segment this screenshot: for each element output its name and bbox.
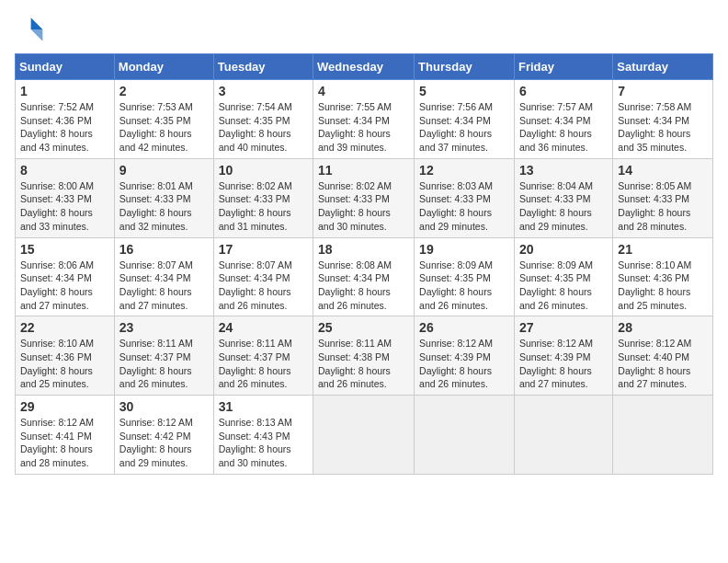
- calendar-cell: 20 Sunrise: 8:09 AM Sunset: 4:35 PM Dayl…: [514, 237, 612, 316]
- calendar-week-row: 29 Sunrise: 8:12 AM Sunset: 4:41 PM Dayl…: [16, 396, 713, 475]
- day-header-tuesday: Tuesday: [213, 54, 313, 80]
- calendar-week-row: 15 Sunrise: 8:06 AM Sunset: 4:34 PM Dayl…: [16, 237, 713, 316]
- day-number: 9: [119, 163, 209, 178]
- day-number: 4: [318, 84, 409, 98]
- calendar-cell: 9 Sunrise: 8:01 AM Sunset: 4:33 PM Dayli…: [114, 158, 213, 237]
- calendar-cell: 31 Sunrise: 8:13 AM Sunset: 4:43 PM Dayl…: [213, 396, 313, 475]
- day-number: 25: [318, 320, 409, 335]
- day-info: Sunrise: 7:54 AM Sunset: 4:35 PM Dayligh…: [219, 100, 308, 155]
- day-number: 11: [318, 163, 409, 178]
- page-header: [15, 15, 713, 44]
- day-info: Sunrise: 8:10 AM Sunset: 4:36 PM Dayligh…: [618, 259, 708, 313]
- day-info: Sunrise: 8:11 AM Sunset: 4:37 PM Dayligh…: [219, 337, 308, 391]
- day-number: 13: [519, 163, 608, 178]
- day-info: Sunrise: 8:00 AM Sunset: 4:33 PM Dayligh…: [20, 179, 109, 234]
- day-header-sunday: Sunday: [16, 54, 115, 80]
- day-info: Sunrise: 8:12 AM Sunset: 4:40 PM Dayligh…: [618, 337, 708, 391]
- day-info: Sunrise: 8:03 AM Sunset: 4:33 PM Dayligh…: [419, 179, 509, 234]
- day-info: Sunrise: 8:05 AM Sunset: 4:33 PM Dayligh…: [618, 179, 708, 234]
- calendar-cell: 2 Sunrise: 7:53 AM Sunset: 4:35 PM Dayli…: [114, 80, 213, 159]
- logo-icon: [15, 15, 44, 44]
- calendar-cell: 17 Sunrise: 8:07 AM Sunset: 4:34 PM Dayl…: [213, 237, 313, 316]
- day-info: Sunrise: 8:06 AM Sunset: 4:34 PM Dayligh…: [20, 259, 109, 313]
- day-info: Sunrise: 8:12 AM Sunset: 4:42 PM Dayligh…: [119, 416, 209, 470]
- day-info: Sunrise: 8:11 AM Sunset: 4:38 PM Dayligh…: [318, 337, 409, 391]
- calendar-cell: 12 Sunrise: 8:03 AM Sunset: 4:33 PM Dayl…: [415, 158, 515, 237]
- day-number: 1: [20, 84, 109, 98]
- day-number: 23: [119, 320, 209, 335]
- day-number: 17: [219, 242, 308, 257]
- calendar-cell: 19 Sunrise: 8:09 AM Sunset: 4:35 PM Dayl…: [415, 237, 515, 316]
- day-info: Sunrise: 8:12 AM Sunset: 4:39 PM Dayligh…: [419, 337, 509, 391]
- day-info: Sunrise: 8:09 AM Sunset: 4:35 PM Dayligh…: [419, 259, 509, 313]
- day-number: 26: [419, 320, 509, 335]
- day-header-thursday: Thursday: [415, 54, 515, 80]
- calendar-cell: [514, 396, 612, 475]
- day-number: 16: [119, 242, 209, 257]
- day-info: Sunrise: 8:10 AM Sunset: 4:36 PM Dayligh…: [20, 337, 109, 391]
- logo: [15, 15, 48, 44]
- calendar-cell: 30 Sunrise: 8:12 AM Sunset: 4:42 PM Dayl…: [114, 396, 213, 475]
- day-info: Sunrise: 7:53 AM Sunset: 4:35 PM Dayligh…: [119, 100, 209, 155]
- calendar-cell: 29 Sunrise: 8:12 AM Sunset: 4:41 PM Dayl…: [16, 396, 115, 475]
- day-number: 19: [419, 242, 509, 257]
- day-header-saturday: Saturday: [613, 54, 713, 80]
- calendar-cell: 6 Sunrise: 7:57 AM Sunset: 4:34 PM Dayli…: [514, 80, 612, 159]
- calendar-cell: 27 Sunrise: 8:12 AM Sunset: 4:39 PM Dayl…: [514, 316, 612, 396]
- day-number: 24: [219, 320, 308, 335]
- calendar-cell: 10 Sunrise: 8:02 AM Sunset: 4:33 PM Dayl…: [213, 158, 313, 237]
- day-info: Sunrise: 8:02 AM Sunset: 4:33 PM Dayligh…: [318, 179, 409, 234]
- day-number: 18: [318, 242, 409, 257]
- day-info: Sunrise: 8:07 AM Sunset: 4:34 PM Dayligh…: [119, 259, 209, 313]
- day-info: Sunrise: 8:04 AM Sunset: 4:33 PM Dayligh…: [519, 179, 608, 234]
- day-number: 30: [119, 399, 209, 414]
- day-info: Sunrise: 7:57 AM Sunset: 4:34 PM Dayligh…: [519, 100, 608, 155]
- day-number: 5: [419, 84, 509, 98]
- day-number: 28: [618, 320, 708, 335]
- day-number: 2: [119, 84, 209, 98]
- day-info: Sunrise: 8:01 AM Sunset: 4:33 PM Dayligh…: [119, 179, 209, 234]
- day-number: 22: [20, 320, 109, 335]
- calendar-week-row: 22 Sunrise: 8:10 AM Sunset: 4:36 PM Dayl…: [16, 316, 713, 396]
- calendar-cell: 18 Sunrise: 8:08 AM Sunset: 4:34 PM Dayl…: [313, 237, 415, 316]
- day-info: Sunrise: 8:12 AM Sunset: 4:41 PM Dayligh…: [20, 416, 109, 470]
- day-header-wednesday: Wednesday: [313, 54, 415, 80]
- day-number: 29: [20, 399, 109, 414]
- calendar-cell: 3 Sunrise: 7:54 AM Sunset: 4:35 PM Dayli…: [213, 80, 313, 159]
- day-info: Sunrise: 8:13 AM Sunset: 4:43 PM Dayligh…: [219, 416, 308, 470]
- day-number: 6: [519, 84, 608, 98]
- day-info: Sunrise: 8:11 AM Sunset: 4:37 PM Dayligh…: [119, 337, 209, 391]
- day-header-friday: Friday: [514, 54, 612, 80]
- day-number: 7: [618, 84, 708, 98]
- day-number: 27: [519, 320, 608, 335]
- calendar-cell: 21 Sunrise: 8:10 AM Sunset: 4:36 PM Dayl…: [613, 237, 713, 316]
- calendar-cell: 16 Sunrise: 8:07 AM Sunset: 4:34 PM Dayl…: [114, 237, 213, 316]
- calendar-cell: 22 Sunrise: 8:10 AM Sunset: 4:36 PM Dayl…: [16, 316, 115, 396]
- calendar-cell: [613, 396, 713, 475]
- day-info: Sunrise: 7:55 AM Sunset: 4:34 PM Dayligh…: [318, 100, 409, 155]
- calendar-cell: 15 Sunrise: 8:06 AM Sunset: 4:34 PM Dayl…: [16, 237, 115, 316]
- calendar-cell: 28 Sunrise: 8:12 AM Sunset: 4:40 PM Dayl…: [613, 316, 713, 396]
- calendar-cell: 26 Sunrise: 8:12 AM Sunset: 4:39 PM Dayl…: [415, 316, 515, 396]
- day-number: 3: [219, 84, 308, 98]
- svg-marker-1: [31, 29, 43, 41]
- day-number: 31: [219, 399, 308, 414]
- day-number: 15: [20, 242, 109, 257]
- calendar-cell: [415, 396, 515, 475]
- day-number: 8: [20, 163, 109, 178]
- day-number: 10: [219, 163, 308, 178]
- calendar-header-row: SundayMondayTuesdayWednesdayThursdayFrid…: [16, 54, 713, 80]
- calendar-week-row: 1 Sunrise: 7:52 AM Sunset: 4:36 PM Dayli…: [16, 80, 713, 159]
- calendar-cell: 25 Sunrise: 8:11 AM Sunset: 4:38 PM Dayl…: [313, 316, 415, 396]
- calendar-cell: 11 Sunrise: 8:02 AM Sunset: 4:33 PM Dayl…: [313, 158, 415, 237]
- calendar-cell: 13 Sunrise: 8:04 AM Sunset: 4:33 PM Dayl…: [514, 158, 612, 237]
- day-number: 20: [519, 242, 608, 257]
- day-info: Sunrise: 7:52 AM Sunset: 4:36 PM Dayligh…: [20, 100, 109, 155]
- day-info: Sunrise: 8:12 AM Sunset: 4:39 PM Dayligh…: [519, 337, 608, 391]
- day-number: 21: [618, 242, 708, 257]
- calendar-cell: [313, 396, 415, 475]
- svg-marker-0: [31, 17, 43, 29]
- day-info: Sunrise: 8:08 AM Sunset: 4:34 PM Dayligh…: [318, 259, 409, 313]
- calendar-cell: 14 Sunrise: 8:05 AM Sunset: 4:33 PM Dayl…: [613, 158, 713, 237]
- calendar-cell: 1 Sunrise: 7:52 AM Sunset: 4:36 PM Dayli…: [16, 80, 115, 159]
